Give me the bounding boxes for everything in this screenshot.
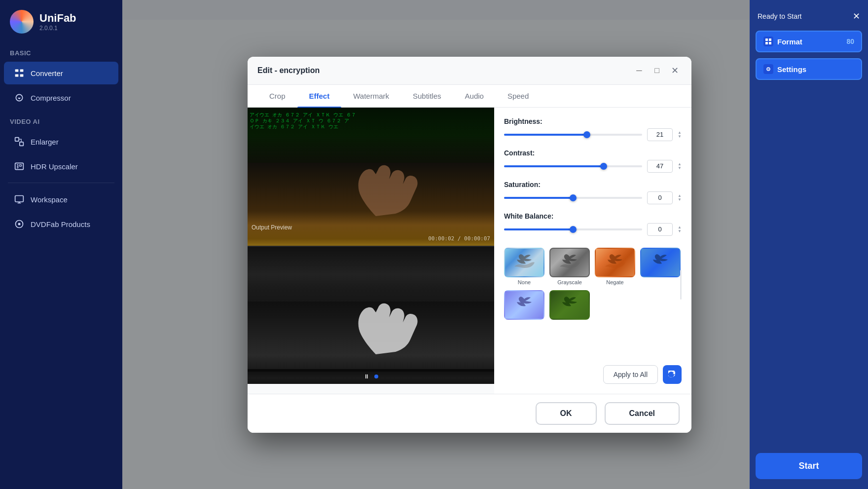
sidebar-item-label-converter: Converter bbox=[31, 69, 63, 77]
logo-icon bbox=[10, 10, 34, 34]
filter-4[interactable] bbox=[640, 248, 681, 285]
svg-rect-3 bbox=[20, 75, 24, 77]
ok-button[interactable]: OK bbox=[536, 402, 597, 425]
white-balance-fill bbox=[504, 228, 573, 230]
white-balance-input[interactable] bbox=[647, 223, 673, 236]
brightness-input[interactable] bbox=[647, 128, 673, 141]
saturation-thumb[interactable] bbox=[570, 194, 577, 201]
saturation-down[interactable]: ▼ bbox=[678, 198, 682, 202]
contrast-arrows: ▲ ▼ bbox=[678, 162, 682, 170]
sidebar-item-label-enlarger: Enlarger bbox=[31, 138, 59, 146]
filter-scroll-indicator bbox=[680, 270, 682, 300]
filter-negate[interactable]: Negate bbox=[595, 248, 635, 285]
preview-progress-dot bbox=[374, 375, 378, 378]
ready-close-button[interactable]: ✕ bbox=[853, 12, 860, 21]
brightness-arrows: ▲ ▼ bbox=[678, 131, 682, 139]
sidebar-item-label-workspace: Workspace bbox=[31, 195, 68, 204]
white-balance-thumb[interactable] bbox=[570, 226, 577, 233]
apply-to-all-button[interactable]: Apply to All bbox=[603, 365, 658, 384]
brightness-down[interactable]: ▼ bbox=[678, 135, 682, 139]
sidebar-item-compressor[interactable]: Compressor bbox=[4, 86, 118, 109]
saturation-arrows: ▲ ▼ bbox=[678, 194, 682, 202]
bird-silhouette-negate bbox=[596, 249, 634, 276]
filter-none[interactable]: None bbox=[504, 248, 544, 285]
section-video-ai: Video AI bbox=[0, 110, 122, 129]
settings-button[interactable]: Settings bbox=[756, 58, 862, 80]
format-value: 80 bbox=[846, 38, 854, 45]
contrast-slider[interactable] bbox=[504, 165, 642, 167]
filter-grayscale-img bbox=[549, 248, 590, 277]
settings-icon bbox=[763, 64, 773, 74]
logo-text: UniFab 2.0.0.1 bbox=[39, 12, 76, 32]
svg-point-10 bbox=[18, 223, 21, 226]
white-balance-value-box bbox=[647, 223, 673, 236]
svg-point-16 bbox=[768, 69, 769, 70]
filter-negate-label: Negate bbox=[606, 279, 623, 285]
saturation-value-box bbox=[647, 191, 673, 204]
dialog-titlebar: Edit - encryption ─ □ ✕ bbox=[248, 57, 691, 85]
brightness-row: Brightness: ▲ ▼ bbox=[504, 117, 682, 141]
contrast-down[interactable]: ▼ bbox=[678, 166, 682, 170]
white-balance-row: White Balance: ▲ ▼ bbox=[504, 212, 682, 236]
ready-to-start-text: Ready to Start bbox=[758, 12, 802, 20]
svg-rect-14 bbox=[769, 42, 771, 44]
saturation-slider[interactable] bbox=[504, 197, 642, 199]
format-button[interactable]: Format 80 bbox=[756, 31, 862, 52]
tab-effect[interactable]: Effect bbox=[297, 85, 342, 107]
tab-crop[interactable]: Crop bbox=[257, 85, 297, 107]
sidebar-item-converter[interactable]: Converter bbox=[4, 62, 118, 84]
svg-rect-8 bbox=[15, 196, 24, 202]
brightness-thumb[interactable] bbox=[583, 131, 590, 138]
white-balance-arrows: ▲ ▼ bbox=[678, 226, 682, 233]
reset-button[interactable] bbox=[663, 365, 682, 384]
svg-rect-6 bbox=[20, 142, 24, 146]
edit-dialog: Edit - encryption ─ □ ✕ Crop Effect Wate… bbox=[248, 57, 691, 433]
format-icon bbox=[763, 37, 773, 46]
tab-watermark[interactable]: Watermark bbox=[341, 85, 401, 107]
sidebar-item-workspace[interactable]: Workspace bbox=[4, 188, 118, 211]
dialog-footer: OK Cancel bbox=[248, 394, 691, 433]
effects-panel: Brightness: ▲ ▼ Contras bbox=[494, 108, 691, 394]
filter-grayscale[interactable]: Grayscale bbox=[549, 248, 590, 285]
saturation-input[interactable] bbox=[647, 191, 673, 204]
contrast-input[interactable] bbox=[647, 160, 673, 173]
sidebar-item-hdr-upscaler[interactable]: HDR Upscaler bbox=[4, 155, 118, 178]
brightness-value-box bbox=[647, 128, 673, 141]
contrast-thumb[interactable] bbox=[600, 163, 607, 170]
enlarger-icon bbox=[14, 136, 25, 147]
tab-audio[interactable]: Audio bbox=[453, 85, 496, 107]
contrast-row: Contrast: ▲ ▼ bbox=[504, 149, 682, 173]
sidebar-item-label-hdr: HDR Upscaler bbox=[31, 162, 78, 171]
svg-rect-11 bbox=[765, 38, 768, 41]
section-basic: Basic bbox=[0, 41, 122, 61]
brightness-slider[interactable] bbox=[504, 134, 642, 136]
brightness-label: Brightness: bbox=[504, 117, 682, 125]
white-balance-slider[interactable] bbox=[504, 228, 642, 230]
filter-negate-img bbox=[595, 248, 635, 277]
format-label: Format bbox=[777, 38, 802, 46]
white-balance-down[interactable]: ▼ bbox=[678, 229, 682, 233]
sidebar-item-dvdfab[interactable]: DVDFab Products bbox=[4, 213, 118, 235]
contrast-slider-row: ▲ ▼ bbox=[504, 160, 682, 173]
tab-subtitles[interactable]: Subtitles bbox=[401, 85, 453, 107]
filter-5-img bbox=[504, 290, 544, 320]
play-pause-button[interactable]: ⏸ bbox=[363, 373, 369, 380]
app-version: 2.0.0.1 bbox=[39, 25, 76, 32]
contrast-label: Contrast: bbox=[504, 149, 682, 157]
filter-none-img bbox=[504, 248, 544, 277]
filter-5[interactable] bbox=[504, 290, 544, 322]
preview-area: アイウエ オカ ６７２ アイ ＸＴＫ ウエ ６７ ＯＰ カキ ２３４ アイ ＸＴ… bbox=[248, 108, 494, 394]
dialog-minimize-button[interactable]: ─ bbox=[632, 64, 646, 77]
app-name: UniFab bbox=[39, 12, 76, 25]
start-button[interactable]: Start bbox=[756, 453, 862, 479]
sidebar-item-enlarger[interactable]: Enlarger bbox=[4, 130, 118, 153]
preview-timestamp: 00:00:02 / 00:00:07 bbox=[428, 235, 490, 242]
filter-6[interactable] bbox=[549, 290, 590, 322]
svg-rect-0 bbox=[15, 70, 19, 72]
sidebar-item-label-dvdfab: DVDFab Products bbox=[31, 220, 90, 228]
tab-speed[interactable]: Speed bbox=[496, 85, 541, 107]
dialog-maximize-button[interactable]: □ bbox=[650, 64, 664, 77]
cancel-button[interactable]: Cancel bbox=[605, 402, 680, 425]
dialog-close-button[interactable]: ✕ bbox=[668, 64, 682, 77]
bird-silhouette-5 bbox=[505, 291, 543, 319]
